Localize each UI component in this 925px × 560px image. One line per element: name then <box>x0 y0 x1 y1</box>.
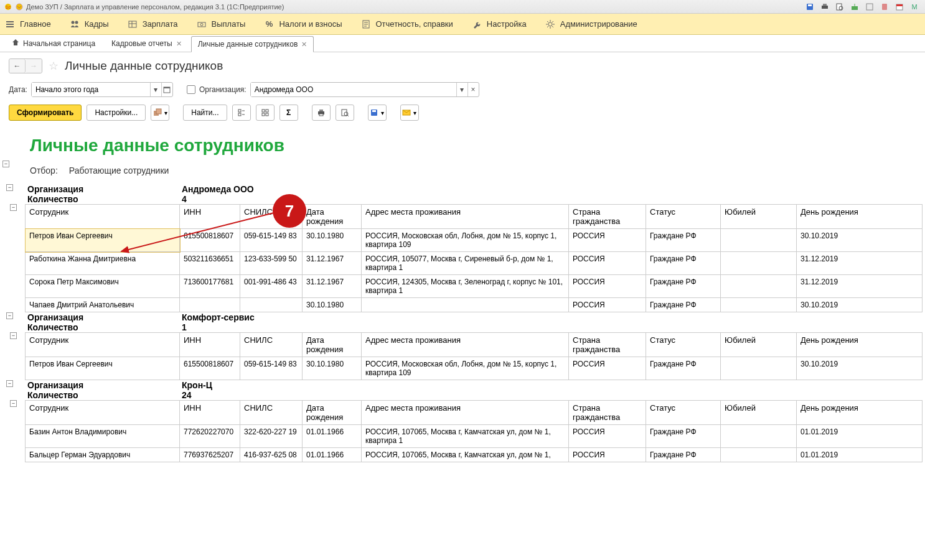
page-title: Личные данные сотрудников <box>65 59 223 73</box>
column-header: Дата рождения <box>303 401 362 425</box>
filter-line: Отбор:Работающие сотрудники <box>30 166 923 184</box>
org-label: Организация: <box>199 85 247 94</box>
back-button[interactable]: ← <box>9 59 26 73</box>
svg-point-2 <box>16 4 22 10</box>
column-header: Адрес места проживания <box>362 401 569 425</box>
svg-rect-26 <box>238 113 241 116</box>
annotation-arrow <box>118 208 280 258</box>
titlebar-right: M <box>805 2 921 11</box>
people-icon <box>70 19 80 29</box>
main-menu: Главное Кадры Зарплата Выплаты % Налоги … <box>0 14 925 35</box>
app-logo-icon: 1c <box>4 2 12 11</box>
m-icon[interactable]: M <box>910 2 919 11</box>
table-row[interactable]: Бальцер Герман Эдуардович 776937625207 4… <box>26 448 923 462</box>
column-header: Адрес места проживания <box>362 205 569 229</box>
menu-reports[interactable]: Отчетность, справки <box>361 19 453 29</box>
column-header: Дата рождения <box>303 205 362 229</box>
preview-button[interactable] <box>336 105 354 121</box>
calendar-icon[interactable] <box>895 2 904 11</box>
report-title: Личные данные сотрудников <box>30 133 923 166</box>
variants-button[interactable]: ▾ <box>151 105 169 121</box>
menu-taxes[interactable]: % Налоги и взносы <box>264 19 342 29</box>
save-button[interactable]: ▾ <box>368 105 387 121</box>
chevron-down-icon[interactable]: ▾ <box>456 83 467 96</box>
form-button[interactable]: Сформировать <box>9 105 82 121</box>
table-row[interactable]: Сорока Петр Максимович 713600177681 001-… <box>26 275 923 298</box>
menu-payments[interactable]: Выплаты <box>197 19 246 29</box>
menu-burger[interactable]: Главное <box>5 19 51 29</box>
print-button[interactable] <box>312 105 331 121</box>
table-row[interactable]: Базин Антон Владимирович 772620227070 32… <box>26 425 923 448</box>
menu-admin[interactable]: Администрирование <box>545 19 637 29</box>
group-count-row: Количество1 <box>27 322 923 332</box>
tree-collapse-icon[interactable]: − <box>10 400 17 407</box>
org-input[interactable] <box>251 83 456 96</box>
group-count-row: Количество24 <box>27 390 923 400</box>
percent-icon: % <box>264 19 274 29</box>
expand-button[interactable] <box>232 105 251 121</box>
gear-icon <box>545 19 555 29</box>
tree-collapse-icon[interactable]: − <box>6 312 13 319</box>
svg-rect-28 <box>266 110 268 112</box>
svg-rect-29 <box>262 113 265 116</box>
print-icon[interactable] <box>820 2 829 11</box>
date-combo[interactable]: ▾ <box>31 82 173 97</box>
column-header: День рождения <box>797 205 923 229</box>
column-header: ИНН <box>180 333 240 357</box>
tab-personal-data[interactable]: Личные данные сотрудников ✕ <box>191 36 314 52</box>
group-org-row: ОрганизацияКомфорт-сервис <box>27 312 923 322</box>
menu-staff[interactable]: Кадры <box>70 19 109 29</box>
column-header: Юбилей <box>721 333 797 357</box>
table-icon <box>128 19 138 29</box>
forward-button[interactable]: → <box>26 59 42 73</box>
date-input[interactable] <box>32 83 150 96</box>
menu-salary[interactable]: Зарплата <box>128 19 178 29</box>
find-button[interactable]: Найти... <box>183 105 227 121</box>
clear-icon[interactable]: × <box>467 83 479 96</box>
money-icon <box>197 19 207 29</box>
window-title: Демо ЗУП / Зарплата и управление персона… <box>26 3 284 11</box>
chevron-down-icon[interactable]: ▾ <box>150 83 161 96</box>
svg-rect-16 <box>129 21 136 27</box>
tab-hr-reports[interactable]: Кадровые отчеты ✕ <box>105 35 189 52</box>
svg-rect-25 <box>238 110 241 112</box>
svg-point-15 <box>75 21 78 24</box>
titlebar: 1c Демо ЗУП / Зарплата и управление перс… <box>0 0 925 14</box>
org-checkbox[interactable] <box>187 85 195 94</box>
date-label: Дата: <box>9 85 27 94</box>
close-icon[interactable]: ✕ <box>301 40 307 49</box>
column-header: Страна гражданства <box>569 401 646 425</box>
group-org-row: ОрганизацияКрон-Ц <box>27 380 923 390</box>
svg-text:1c: 1c <box>6 4 11 10</box>
preview-icon[interactable] <box>835 2 844 11</box>
tree-collapse-icon[interactable]: − <box>10 332 17 339</box>
table-row[interactable]: Петров Иван Сергеевич 615500818607 059-6… <box>26 357 923 380</box>
collapse-button[interactable] <box>256 105 275 121</box>
data-table: Сотрудник ИНН СНИЛС Дата рождения Адрес … <box>25 400 923 462</box>
table-row[interactable]: Чапаев Дмитрий Анатольевич 30.10.1980 РО… <box>26 298 923 312</box>
calendar-picker-icon[interactable] <box>161 83 172 96</box>
org-combo[interactable]: ▾ × <box>250 82 479 97</box>
sum-button[interactable]: Σ <box>279 105 298 121</box>
tree-collapse-icon[interactable]: − <box>10 204 17 211</box>
column-header: Страна гражданства <box>569 205 646 229</box>
page-header: ← → ☆ Личные данные сотрудников <box>0 52 925 80</box>
calculator-icon[interactable] <box>880 2 889 11</box>
menu-settings[interactable]: Настройка <box>472 19 527 29</box>
send-button[interactable]: ▾ <box>400 105 419 121</box>
column-header: СНИЛС <box>240 401 303 425</box>
dropdown-icon[interactable] <box>15 2 24 11</box>
tool-icon-2[interactable] <box>865 2 874 11</box>
tree-collapse-icon[interactable]: − <box>6 184 13 191</box>
settings-button[interactable]: Настройки... <box>87 105 146 121</box>
tree-collapse-icon[interactable]: − <box>2 161 9 167</box>
save-icon[interactable] <box>805 2 814 11</box>
column-header: Статус <box>646 401 721 425</box>
column-header: Юбилей <box>721 205 797 229</box>
tab-home[interactable]: Начальная страница <box>5 35 102 52</box>
tree-collapse-icon[interactable]: − <box>6 380 13 387</box>
svg-rect-5 <box>822 6 828 9</box>
close-icon[interactable]: ✕ <box>176 40 182 48</box>
tool-icon-1[interactable] <box>850 2 859 11</box>
star-icon[interactable]: ☆ <box>49 59 59 73</box>
